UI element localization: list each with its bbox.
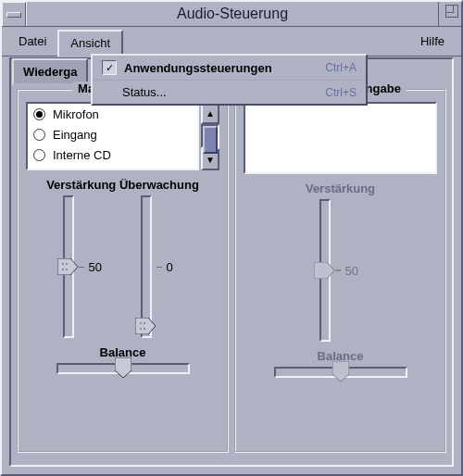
gain-value: 50 [89, 260, 106, 274]
balance-track[interactable] [56, 363, 190, 374]
source-label: Eingang [53, 128, 97, 142]
menu-item-label: Status... [122, 85, 325, 99]
audio-control-window: Audio-Steuerung Datei Ansicht Hilfe Wied… [0, 0, 463, 476]
chevron-up-icon: ▲ [206, 108, 215, 119]
source-option-mikrofon[interactable]: Mikrofon [28, 104, 197, 124]
monitor-thumb[interactable] [135, 318, 156, 334]
menu-item-accel: Ctrl+A [325, 61, 357, 74]
balance-slider-left[interactable] [19, 363, 227, 374]
gain-thumb[interactable] [57, 258, 78, 275]
balance-thumb[interactable] [115, 357, 131, 378]
svg-point-6 [140, 322, 142, 324]
scroll-track[interactable] [201, 124, 219, 148]
menu-item-app-controls[interactable]: ✓ Anwendungssteuerungen Ctrl+A [93, 56, 366, 81]
app-listbox[interactable] [244, 102, 437, 174]
window-title: Audio-Steuerung [26, 2, 438, 26]
svg-marker-0 [57, 258, 78, 275]
source-list-wrap: Mikrofon Eingang Interne CD ▲ [26, 102, 219, 170]
radio-icon [33, 108, 45, 120]
gain-label-right: Verstärkung [236, 182, 444, 195]
svg-point-2 [66, 263, 68, 265]
balance-thumb-right [332, 361, 349, 382]
menu-file[interactable]: Datei [7, 30, 57, 56]
svg-point-9 [144, 328, 145, 330]
menu-item-accel: Ctrl+S [325, 86, 357, 99]
panel-app-input: Anwendungseingabe Verstärkung 50 [234, 89, 446, 453]
gain-monitor-label: Verstärkung Überwachung [19, 178, 227, 192]
monitor-value: 0 [167, 260, 183, 274]
app-gain-slider: 50 [319, 199, 362, 342]
svg-marker-12 [332, 361, 349, 382]
gain-slider[interactable]: 50 [63, 195, 106, 338]
menubar: Datei Ansicht Hilfe [2, 27, 461, 56]
window-resize-button[interactable] [438, 2, 461, 26]
content-area: Wiederga Master-Eingabe Mikrofon Eingang [9, 57, 454, 467]
menu-help[interactable]: Hilfe [409, 30, 456, 56]
radio-icon [33, 149, 45, 161]
source-label: Interne CD [53, 148, 111, 162]
svg-point-1 [62, 263, 64, 265]
chevron-down-icon: ▼ [206, 155, 215, 165]
svg-marker-11 [314, 262, 334, 279]
tick-icon [156, 267, 162, 268]
source-option-interne-cd[interactable]: Interne CD [28, 144, 197, 165]
checkbox-icon: ✓ [102, 60, 117, 75]
app-gain-value: 50 [345, 264, 362, 278]
svg-point-8 [140, 328, 142, 330]
source-label: Mikrofon [53, 107, 99, 121]
source-scrollbar[interactable]: ▲ ▼ [201, 102, 219, 170]
menu-item-label: Anwendungssteuerungen [124, 61, 325, 75]
window-menu-button[interactable] [2, 2, 26, 26]
panels: Master-Eingabe Mikrofon Eingang [11, 83, 452, 458]
tick-icon [79, 267, 84, 268]
tick-icon [335, 269, 341, 271]
monitor-track[interactable] [141, 195, 152, 338]
svg-point-4 [66, 269, 68, 270]
svg-marker-5 [135, 318, 156, 334]
source-option-eingang[interactable]: Eingang [28, 124, 197, 144]
app-gain-track [319, 199, 331, 342]
scroll-thumb[interactable] [203, 126, 218, 154]
monitor-slider[interactable]: 0 [141, 195, 183, 338]
radio-icon [33, 129, 45, 141]
app-gain-slider-row: 50 [236, 199, 444, 342]
menu-item-status[interactable]: Status... Ctrl+S [93, 81, 366, 104]
view-menu-dropdown: ✓ Anwendungssteuerungen Ctrl+A Status...… [91, 54, 368, 106]
window-menu-icon [6, 12, 21, 18]
balance-slider-right [236, 367, 444, 378]
app-gain-thumb [314, 262, 334, 279]
resize-icon [445, 5, 458, 18]
svg-point-3 [62, 269, 64, 270]
source-listbox[interactable]: Mikrofon Eingang Interne CD [26, 102, 199, 170]
menu-view[interactable]: Ansicht [57, 30, 123, 56]
svg-marker-10 [115, 357, 131, 378]
gain-track[interactable] [63, 195, 74, 338]
titlebar: Audio-Steuerung [2, 2, 461, 27]
gain-monitor-sliders: 50 0 [19, 195, 227, 338]
balance-track-right [274, 367, 407, 378]
svg-point-7 [144, 322, 145, 324]
panel-master-input: Master-Eingabe Mikrofon Eingang [17, 89, 229, 453]
